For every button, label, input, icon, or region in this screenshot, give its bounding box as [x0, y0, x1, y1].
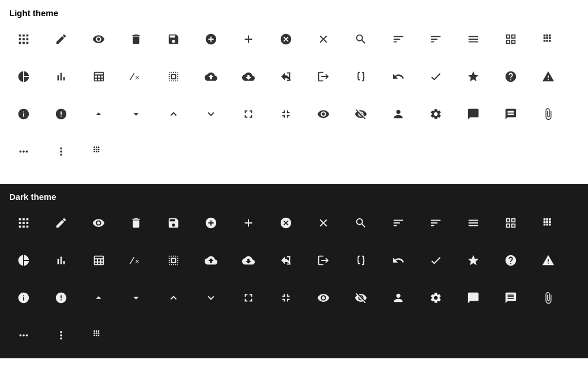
- svg-point-28: [97, 148, 99, 150]
- plus-icon: [229, 204, 267, 241]
- attachment-icon: [529, 95, 567, 132]
- light-icon-grid: ∕×: [5, 20, 583, 170]
- sign-out-icon: [304, 241, 342, 279]
- sign-in-icon: [267, 58, 304, 95]
- svg-rect-39: [22, 225, 25, 228]
- svg-point-24: [95, 146, 97, 148]
- add-circle-icon: [192, 20, 229, 58]
- svg-point-49: [93, 332, 95, 334]
- more-horizontal-icon: [5, 132, 42, 170]
- svg-point-23: [93, 146, 95, 148]
- info-icon: [5, 95, 42, 132]
- page-container: Light theme ∕× Dark theme ∕×: [0, 0, 588, 358]
- attachment-icon: [529, 279, 567, 316]
- menu-icon: [454, 204, 492, 241]
- account-icon: [379, 279, 417, 316]
- svg-text:∕: ∕: [130, 255, 135, 265]
- search-icon: [342, 20, 379, 58]
- svg-rect-10: [22, 34, 25, 36]
- search-icon: [342, 204, 379, 241]
- close-icon: [304, 204, 342, 241]
- pie-chart-icon: [5, 58, 42, 95]
- grid-icon: [5, 20, 42, 58]
- svg-point-30: [95, 150, 97, 152]
- bar-chart-icon: [42, 58, 80, 95]
- svg-rect-45: [287, 263, 290, 264]
- svg-rect-40: [26, 225, 28, 228]
- svg-text:×: ×: [135, 73, 140, 81]
- plus-icon: [229, 20, 267, 58]
- floppy-disk-icon: [154, 204, 192, 241]
- svg-point-52: [93, 334, 95, 336]
- grid-small-icon: [529, 204, 567, 241]
- eye-show-icon: [304, 279, 342, 316]
- add-circle-icon: [192, 204, 229, 241]
- table-icon: [80, 241, 117, 279]
- chat-icon: [454, 95, 492, 132]
- eye-hide-icon: [342, 279, 379, 316]
- cancel-circle-icon: [267, 204, 304, 241]
- table-icon: [80, 58, 117, 95]
- light-theme-title: Light theme: [5, 5, 583, 20]
- chevron-down-icon: [192, 95, 229, 132]
- trash-icon: [117, 204, 154, 241]
- svg-rect-37: [26, 222, 28, 224]
- cancel-circle-icon: [267, 20, 304, 58]
- sign-in-icon: [267, 241, 304, 279]
- message-icon: [492, 279, 529, 316]
- caret-down-icon: [117, 95, 154, 132]
- code-braces-icon: [342, 58, 379, 95]
- eye-icon: [80, 204, 117, 241]
- svg-rect-33: [22, 218, 25, 220]
- help-icon: [492, 58, 529, 95]
- svg-point-51: [97, 332, 99, 334]
- svg-point-25: [97, 146, 99, 148]
- svg-point-53: [95, 334, 97, 336]
- svg-rect-16: [22, 41, 25, 44]
- sort-desc-icon: [417, 20, 454, 58]
- chevron-up-icon: [154, 95, 192, 132]
- light-theme-section: Light theme ∕×: [0, 0, 588, 175]
- filter-icon: [379, 204, 417, 241]
- alert-icon: [42, 95, 80, 132]
- settings-icon: [417, 279, 454, 316]
- svg-rect-32: [18, 218, 21, 220]
- svg-rect-22: [287, 80, 290, 81]
- svg-rect-44: [289, 256, 290, 264]
- expand-icon: [229, 279, 267, 316]
- svg-point-54: [97, 334, 99, 336]
- menu-icon: [454, 20, 492, 58]
- grid4-icon: [492, 204, 529, 241]
- more-vertical-icon: [42, 132, 80, 170]
- svg-point-27: [95, 148, 97, 150]
- apps-icon: [80, 132, 117, 170]
- eye-show-icon: [304, 95, 342, 132]
- floppy-disk-icon: [154, 20, 192, 58]
- download-cloud-icon: [229, 58, 267, 95]
- undo-icon: [379, 241, 417, 279]
- svg-rect-9: [18, 34, 21, 36]
- message-icon: [492, 95, 529, 132]
- caret-up-icon: [80, 95, 117, 132]
- grid-icon: [5, 204, 42, 241]
- select-all-icon: [154, 58, 192, 95]
- svg-point-48: [97, 330, 99, 332]
- svg-text:∕: ∕: [130, 71, 135, 81]
- svg-point-29: [93, 150, 95, 152]
- chevron-up-icon: [154, 279, 192, 316]
- sort-desc-icon: [417, 204, 454, 241]
- dark-theme-title: Dark theme: [5, 188, 583, 204]
- upload-cloud-icon: [192, 241, 229, 279]
- close-icon: [304, 20, 342, 58]
- warning-icon: [529, 241, 567, 279]
- eye-hide-icon: [342, 95, 379, 132]
- sign-out-icon: [304, 58, 342, 95]
- alert-icon: [42, 279, 80, 316]
- formula-icon: ∕×: [117, 58, 154, 95]
- bar-chart-icon: [42, 241, 80, 279]
- svg-rect-12: [18, 38, 21, 40]
- dark-icon-grid: ∕×: [5, 204, 583, 354]
- svg-rect-38: [18, 225, 21, 228]
- eye-icon: [80, 20, 117, 58]
- star-icon: [454, 58, 492, 95]
